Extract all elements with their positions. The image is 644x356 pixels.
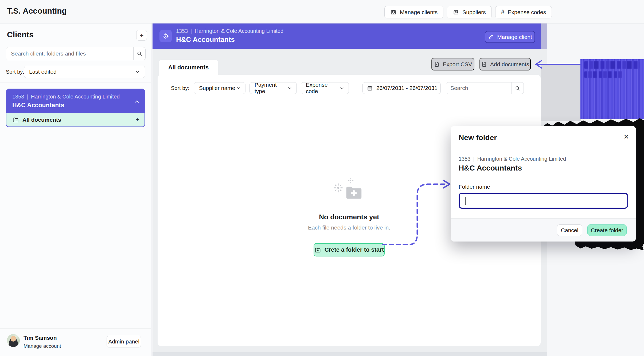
tab-all-documents[interactable]: All documents	[159, 60, 218, 75]
export-csv-button[interactable]: Export CSV	[431, 58, 474, 70]
create-folder-cta-button[interactable]: Crete a folder to start	[314, 243, 385, 256]
sidebar-search	[6, 47, 146, 60]
manage-clients-icon	[390, 9, 397, 15]
scrollbar-thumb[interactable]	[541, 23, 547, 49]
chevron-up-icon[interactable]	[133, 98, 140, 105]
add-documents-label: Add documents	[490, 61, 529, 68]
admin-panel-button[interactable]: Admin panel	[107, 336, 141, 347]
add-client-button[interactable]: +	[136, 30, 147, 41]
documents-search-input[interactable]	[446, 82, 512, 94]
manage-clients-label: Manage clients	[400, 9, 438, 15]
header-client-code: 1353	[176, 28, 188, 34]
avatar[interactable]	[7, 334, 20, 347]
pipe-separator: |	[473, 156, 475, 162]
folder-icon	[12, 116, 19, 123]
expense-codes-label: Expense codes	[508, 9, 546, 15]
empty-state-title: No documents yet	[319, 213, 379, 221]
calendar-icon	[367, 85, 373, 91]
supplier-filter-value: Supplier name	[199, 85, 235, 91]
date-range-picker[interactable]: 26/07/2031 - 26/07/2031	[362, 82, 441, 94]
bottom-scroll-track[interactable]	[153, 352, 547, 356]
sidebar-sort-value: Last edited	[29, 69, 57, 75]
client-target-iconbox	[159, 30, 172, 42]
empty-state-subtitle: Each file needs a folder to live in.	[308, 224, 390, 231]
target-icon	[162, 33, 169, 40]
add-documents-button[interactable]: Add documents	[479, 58, 531, 70]
empty-folder-illustration	[332, 177, 366, 205]
modal-client-name: Harrington & Cole Accounting Limited	[477, 156, 566, 162]
dashed-guide-arrow	[379, 177, 457, 249]
client-card-header[interactable]: 1353 | Harrington & Cole Accounting Limi…	[6, 89, 145, 113]
documents-search	[446, 82, 524, 94]
top-bar-actions: Manage clients Suppliers # Expense codes	[384, 6, 552, 18]
search-icon[interactable]	[512, 82, 524, 94]
manage-client-button[interactable]: Manage client	[485, 31, 535, 43]
client-card[interactable]: 1353 | Harrington & Cole Accounting Limi…	[6, 89, 145, 127]
modal-footer: Cancel Create folder	[451, 218, 636, 242]
suppliers-button[interactable]: Suppliers	[447, 6, 492, 18]
folder-plus-icon	[345, 185, 363, 200]
file-plus-icon	[481, 61, 487, 67]
client-code: 1353	[12, 94, 24, 100]
modal-client-alias: H&C Accountants	[459, 164, 522, 172]
chevron-down-icon	[339, 85, 345, 91]
expense-codes-button[interactable]: # Expense codes	[495, 6, 552, 18]
sidebar-search-input[interactable]	[6, 47, 133, 60]
hash-icon: #	[501, 9, 505, 16]
pipe-separator: |	[191, 28, 192, 34]
modal-client-code: 1353	[459, 156, 471, 162]
sidebar-divider	[0, 82, 151, 82]
folder-name-label: Folder name	[459, 184, 490, 190]
chevron-down-icon	[287, 85, 292, 91]
filters-sort-label: Sort by:	[171, 85, 189, 91]
add-folder-plus-icon[interactable]: +	[135, 116, 140, 123]
close-icon[interactable]: ✕	[623, 133, 629, 140]
user-name: Tim Samson	[24, 335, 57, 341]
chevron-down-icon	[135, 69, 140, 75]
new-folder-modal: New folder ✕ 1353 | Harrington & Cole Ac…	[451, 126, 636, 242]
filters-row: Sort by: Supplier name Payment type Expe…	[171, 82, 524, 94]
date-range-value: 26/07/2031 - 26/07/2031	[376, 85, 438, 91]
sparkle-icon	[347, 177, 354, 184]
glitch-gray-block	[541, 64, 581, 121]
manage-client-label: Manage client	[497, 34, 532, 40]
pencil-icon	[488, 34, 494, 40]
supplier-filter-select[interactable]: Supplier name	[194, 82, 245, 94]
manage-clients-button[interactable]: Manage clients	[384, 6, 443, 18]
sidebar-heading: Clients	[7, 30, 34, 39]
modal-title: New folder	[459, 133, 497, 142]
file-export-icon	[434, 61, 440, 67]
client-alias: H&C Accountants	[12, 102, 139, 109]
app-title: T.S. Accounting	[7, 6, 67, 15]
header-client-name: Harrington & Cole Accounting Limited	[195, 28, 283, 34]
search-icon[interactable]	[134, 47, 145, 60]
manage-account-link[interactable]: Manage account	[24, 343, 61, 349]
cancel-button[interactable]: Cancel	[557, 224, 582, 236]
suppliers-icon	[453, 9, 459, 15]
clients-sidebar: Clients + Sort by: Last edited	[0, 23, 151, 356]
suppliers-label: Suppliers	[462, 9, 486, 15]
glitch-scribble	[584, 71, 623, 78]
expense-code-filter-value: Expense code	[306, 82, 339, 94]
expense-code-filter-select[interactable]: Expense code	[301, 82, 349, 94]
user-area-divider	[0, 328, 151, 329]
modal-divider	[451, 149, 636, 149]
all-documents-label: All documents	[22, 117, 135, 123]
header-client-alias: H&C Accountants	[176, 35, 235, 44]
payment-type-filter-select[interactable]: Payment type	[249, 82, 297, 94]
folder-plus-icon	[314, 247, 321, 253]
top-bar: T.S. Accounting Manage clients	[0, 0, 644, 23]
plus-icon: +	[139, 31, 143, 39]
folder-name-input[interactable]	[459, 193, 628, 209]
payment-type-filter-value: Payment type	[255, 82, 287, 94]
sidebar-sort-label: Sort by:	[6, 69, 24, 75]
glitch-scribble	[584, 61, 639, 69]
create-folder-button[interactable]: Create folder	[587, 224, 627, 236]
pipe-separator: |	[27, 94, 28, 100]
chevron-down-icon	[236, 85, 241, 91]
text-cursor	[465, 197, 466, 205]
create-folder-cta-label: Crete a folder to start	[325, 246, 384, 253]
export-csv-label: Export CSV	[443, 61, 472, 68]
sidebar-item-all-documents[interactable]: All documents +	[6, 113, 145, 126]
sidebar-sort-select[interactable]: Last edited	[24, 66, 145, 78]
